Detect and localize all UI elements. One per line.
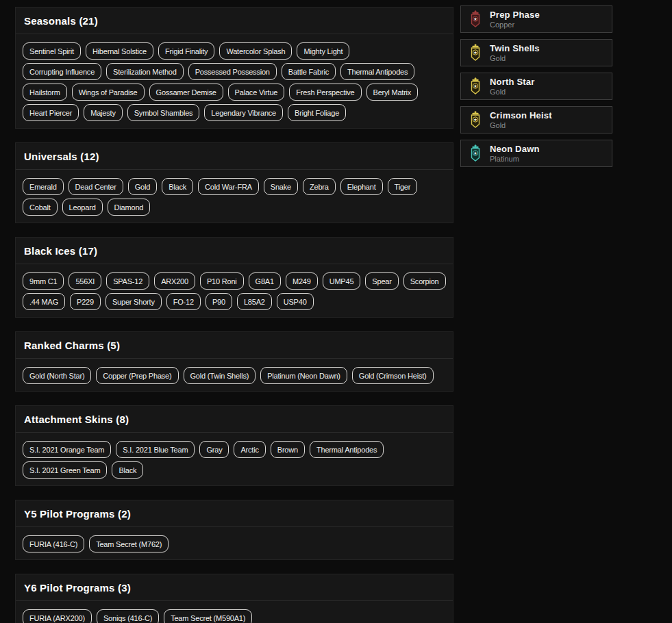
filter-chip[interactable]: UMP45 bbox=[323, 272, 361, 290]
chip-row: HailstormWings of ParadiseGossamer Demis… bbox=[23, 84, 446, 101]
svg-text:★: ★ bbox=[473, 84, 477, 88]
filter-chip[interactable]: S.I. 2021 Green Team bbox=[23, 461, 107, 479]
filter-chip[interactable]: Watercolor Splash bbox=[219, 42, 292, 60]
filter-chip[interactable]: Battle Fabric bbox=[282, 63, 336, 80]
filter-chip[interactable]: Gossamer Demise bbox=[149, 84, 223, 101]
filter-chip[interactable]: Black bbox=[112, 461, 143, 479]
filter-chip[interactable]: FO-12 bbox=[166, 293, 201, 310]
filter-chip[interactable]: Thermal Antipodes bbox=[340, 63, 414, 80]
section-chip-list: EmeraldDead CenterGoldBlackCold War-FRAS… bbox=[16, 170, 453, 222]
filter-chip[interactable]: Tiger bbox=[388, 178, 418, 195]
filter-chip[interactable]: Leopard bbox=[62, 199, 103, 216]
filter-chip[interactable]: Arctic bbox=[234, 441, 265, 458]
chip-row: CobaltLeopardDiamond bbox=[23, 199, 446, 216]
filter-chip[interactable]: Frigid Finality bbox=[158, 42, 214, 60]
filter-chip[interactable]: Gold (Crimson Heist) bbox=[352, 367, 434, 384]
filter-chip[interactable]: Emerald bbox=[23, 178, 64, 195]
filter-chip[interactable]: FURIA (416-C) bbox=[23, 535, 84, 552]
filter-chip[interactable]: P90 bbox=[206, 293, 232, 310]
filter-chip[interactable]: Super Shorty bbox=[105, 293, 162, 310]
filter-chip[interactable]: Gold bbox=[128, 178, 157, 195]
filter-chip[interactable]: Team Secret (M762) bbox=[89, 535, 169, 552]
section-title: Black Ices (17) bbox=[24, 245, 97, 257]
charm-season-name: North Star bbox=[490, 77, 535, 87]
filter-chip[interactable]: Bright Foliage bbox=[288, 104, 346, 121]
season-charm-card[interactable]: ★ Prep Phase Copper bbox=[460, 5, 612, 33]
season-charm-card[interactable]: ★ Crimson Heist Gold bbox=[460, 106, 612, 134]
filter-chip[interactable]: Hibernal Solstice bbox=[86, 42, 153, 60]
section-header: Universals (12) bbox=[16, 143, 453, 170]
filter-chip[interactable]: Thermal Antipodes bbox=[310, 441, 384, 458]
filter-chip[interactable]: Sterilization Method bbox=[106, 63, 184, 80]
filter-chip[interactable]: Soniqs (416-C) bbox=[97, 609, 159, 623]
filter-chip[interactable]: FURIA (ARX200) bbox=[23, 609, 92, 623]
filter-chip[interactable]: Platinum (Neon Dawn) bbox=[260, 367, 347, 384]
filter-chip[interactable]: Majesty bbox=[84, 104, 123, 121]
season-charm-card[interactable]: ★ Neon Dawn Platinum bbox=[460, 140, 612, 167]
filter-chip[interactable]: G8A1 bbox=[249, 272, 281, 290]
filter-chip[interactable]: USP40 bbox=[277, 293, 314, 310]
filter-chip[interactable]: Cold War-FRA bbox=[198, 178, 259, 195]
filter-chip[interactable]: Diamond bbox=[108, 199, 151, 216]
season-charm-card[interactable]: ★ Twin Shells Gold bbox=[460, 39, 612, 66]
filter-chip[interactable]: ARX200 bbox=[154, 272, 195, 290]
filter-chip[interactable]: Legendary Vibrance bbox=[204, 104, 283, 121]
svg-text:★: ★ bbox=[473, 16, 477, 21]
chip-row: FURIA (416-C)Team Secret (M762) bbox=[23, 535, 446, 552]
filter-chip[interactable]: Hailstorm bbox=[23, 84, 67, 101]
charm-card-text: Prep Phase Copper bbox=[490, 10, 540, 29]
filter-chip[interactable]: Heart Piercer bbox=[23, 104, 79, 121]
filter-chip[interactable]: P229 bbox=[70, 293, 101, 310]
charm-season-name: Neon Dawn bbox=[490, 144, 540, 154]
filter-chip[interactable]: Possessed Possession bbox=[188, 63, 277, 80]
section-title: Seasonals (21) bbox=[24, 15, 98, 27]
chip-row: S.I. 2021 Green TeamBlack bbox=[23, 461, 446, 479]
filter-chip[interactable]: Gray bbox=[199, 441, 229, 458]
filter-chip[interactable]: S.I. 2021 Orange Team bbox=[23, 441, 111, 458]
filter-chip[interactable]: Zebra bbox=[303, 178, 336, 195]
filter-chip[interactable]: Dead Center bbox=[69, 178, 123, 195]
filter-chip[interactable]: Black bbox=[162, 178, 193, 195]
filter-chip[interactable]: L85A2 bbox=[237, 293, 272, 310]
filter-chip[interactable]: Cobalt bbox=[23, 199, 58, 216]
season-charm-card[interactable]: ★ North Star Gold bbox=[460, 73, 612, 100]
filter-chip[interactable]: 9mm C1 bbox=[23, 272, 64, 290]
filter-chip[interactable]: Scorpion bbox=[403, 272, 446, 290]
filter-chip[interactable]: Wings of Paradise bbox=[72, 84, 145, 101]
filter-chip[interactable]: .44 MAG bbox=[23, 293, 65, 310]
filter-chip[interactable]: Elephant bbox=[340, 178, 383, 195]
charm-banner-icon: ★ bbox=[469, 10, 482, 28]
filter-chip[interactable]: Spear bbox=[365, 272, 398, 290]
filter-chip[interactable]: Snake bbox=[264, 178, 298, 195]
filter-chip[interactable]: Symbol Shambles bbox=[127, 104, 200, 121]
filter-chip[interactable]: 556XI bbox=[69, 272, 101, 290]
filter-chip[interactable]: Palace Virtue bbox=[228, 84, 285, 101]
filter-chip[interactable]: SPAS-12 bbox=[106, 272, 149, 290]
section-header: Y5 Pilot Programs (2) bbox=[16, 500, 453, 527]
chip-row: 9mm C1556XISPAS-12ARX200P10 RoniG8A1M249… bbox=[23, 272, 446, 290]
filter-chip[interactable]: Corrupting Influence bbox=[23, 63, 101, 80]
filter-chip[interactable]: Gold (Twin Shells) bbox=[184, 367, 256, 384]
filter-chip[interactable]: Gold (North Star) bbox=[23, 367, 91, 384]
category-section: Black Ices (17) 9mm C1556XISPAS-12ARX200… bbox=[15, 237, 453, 318]
filter-chip[interactable]: Team Secret (M590A1) bbox=[164, 609, 252, 623]
filter-chip[interactable]: Sentinel Spirit bbox=[23, 42, 81, 60]
category-section: Y6 Pilot Programs (3) FURIA (ARX200)Soni… bbox=[15, 574, 453, 623]
charm-tier-label: Copper bbox=[490, 21, 540, 29]
section-title: Ranked Charms (5) bbox=[24, 340, 120, 351]
chip-row: Gold (North Star)Copper (Prep Phase)Gold… bbox=[23, 367, 446, 384]
filter-chip[interactable]: P10 Roni bbox=[200, 272, 244, 290]
section-chip-list: Gold (North Star)Copper (Prep Phase)Gold… bbox=[16, 359, 453, 391]
filter-chip[interactable]: Copper (Prep Phase) bbox=[96, 367, 178, 384]
chip-row: EmeraldDead CenterGoldBlackCold War-FRAS… bbox=[23, 178, 446, 195]
filter-chip[interactable]: M249 bbox=[286, 272, 318, 290]
season-charms-sidebar: ★ Prep Phase Copper ★ Twin Shells Gold ★… bbox=[460, 5, 612, 173]
filter-chip[interactable]: Brown bbox=[271, 441, 305, 458]
filter-chip[interactable]: Mighty Light bbox=[297, 42, 349, 60]
charm-banner-icon: ★ bbox=[469, 144, 482, 162]
section-chip-list: S.I. 2021 Orange TeamS.I. 2021 Blue Team… bbox=[16, 433, 453, 485]
section-header: Black Ices (17) bbox=[16, 238, 453, 264]
filter-chip[interactable]: Fresh Perspective bbox=[289, 84, 361, 101]
filter-chip[interactable]: Beryl Matrix bbox=[366, 84, 419, 101]
filter-chip[interactable]: S.I. 2021 Blue Team bbox=[116, 441, 195, 458]
